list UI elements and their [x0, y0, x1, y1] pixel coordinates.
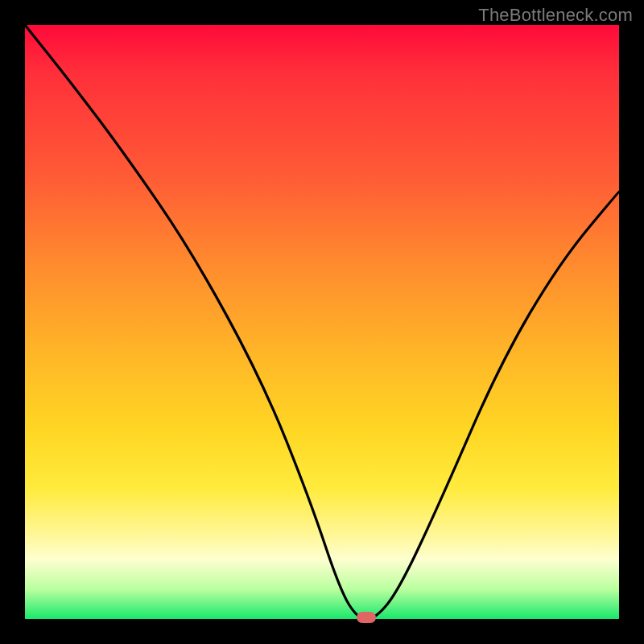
bottleneck-curve — [25, 25, 619, 619]
watermark-text: TheBottleneck.com — [478, 5, 633, 26]
plot-area — [25, 25, 619, 619]
bottleneck-marker — [357, 612, 376, 623]
chart-frame: TheBottleneck.com — [0, 0, 644, 644]
